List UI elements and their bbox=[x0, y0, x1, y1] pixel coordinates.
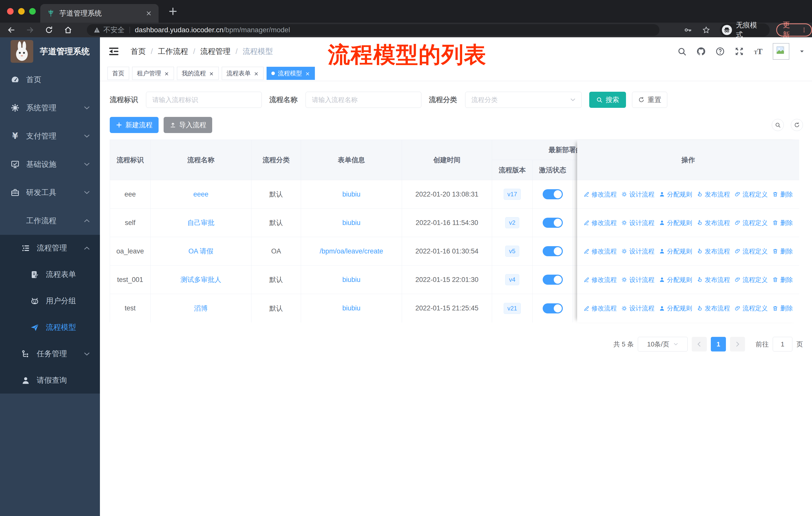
refresh-table-button[interactable] bbox=[791, 119, 803, 131]
action-definition-link[interactable]: 流程定义 bbox=[734, 304, 768, 313]
fullscreen-icon[interactable] bbox=[734, 47, 744, 56]
action-modify-link[interactable]: 修改流程 bbox=[583, 247, 617, 255]
address-bar[interactable]: 不安全 dashboard.yudao.iocoder.cn /bpm/mana… bbox=[87, 24, 660, 36]
action-definition-link[interactable]: 流程定义 bbox=[734, 276, 768, 284]
sidebar-item-workflow[interactable]: 工作流程 bbox=[0, 207, 100, 235]
sidebar-logo[interactable]: 芋道管理系统 bbox=[0, 37, 100, 65]
tab-close-icon[interactable] bbox=[145, 10, 152, 17]
sidebar-item-process-model[interactable]: 流程模型 bbox=[0, 314, 100, 341]
action-modify-link[interactable]: 修改流程 bbox=[583, 304, 617, 313]
sidebar-item-process-manage[interactable]: 流程管理 bbox=[0, 235, 100, 261]
close-icon[interactable] bbox=[305, 71, 310, 76]
tag-tenant[interactable]: 租户管理 bbox=[132, 67, 174, 80]
action-design-link[interactable]: 设计流程 bbox=[621, 304, 655, 313]
action-definition-link[interactable]: 流程定义 bbox=[734, 247, 768, 255]
form-info-link[interactable]: biubiu bbox=[342, 190, 360, 198]
action-publish-link[interactable]: 发布流程 bbox=[697, 247, 730, 255]
prev-page-button[interactable] bbox=[692, 337, 707, 351]
action-assign-link[interactable]: 分配规则 bbox=[659, 276, 692, 284]
home-icon[interactable] bbox=[64, 26, 72, 34]
minimize-window-button[interactable] bbox=[18, 8, 25, 15]
action-modify-link[interactable]: 修改流程 bbox=[583, 276, 617, 284]
close-icon[interactable] bbox=[254, 71, 259, 76]
action-delete-link[interactable]: 删除 bbox=[772, 247, 793, 255]
status-toggle[interactable] bbox=[543, 246, 563, 256]
process-name-link[interactable]: 滔博 bbox=[194, 304, 208, 313]
action-assign-link[interactable]: 分配规则 bbox=[659, 190, 692, 198]
action-definition-link[interactable]: 流程定义 bbox=[734, 219, 768, 227]
caret-down-icon[interactable] bbox=[799, 48, 805, 54]
collapse-sidebar-icon[interactable] bbox=[109, 46, 119, 56]
sidebar-item-devtools[interactable]: 研发工具 bbox=[0, 179, 100, 207]
tag-process-form[interactable]: 流程表单 bbox=[222, 67, 264, 80]
window-controls[interactable] bbox=[7, 8, 36, 15]
forward-icon[interactable] bbox=[26, 26, 34, 34]
process-name-link[interactable]: OA 请假 bbox=[188, 247, 213, 256]
filter-category-select[interactable]: 流程分类 bbox=[465, 92, 582, 108]
reload-icon[interactable] bbox=[45, 26, 53, 34]
form-info-link[interactable]: biubiu bbox=[342, 219, 360, 227]
sidebar-item-infrastructure[interactable]: 基础设施 bbox=[0, 150, 100, 179]
tag-my-process[interactable]: 我的流程 bbox=[177, 67, 219, 80]
page-size-select[interactable]: 10条/页 bbox=[638, 337, 688, 351]
form-info-link[interactable]: /bpm/oa/leave/create bbox=[320, 247, 383, 255]
action-assign-link[interactable]: 分配规则 bbox=[659, 304, 692, 313]
tag-home[interactable]: 首页 bbox=[108, 67, 129, 80]
search-button[interactable]: 搜索 bbox=[589, 92, 626, 108]
action-delete-link[interactable]: 删除 bbox=[772, 276, 793, 284]
status-toggle[interactable] bbox=[543, 303, 563, 314]
breadcrumb-item[interactable]: 首页 bbox=[130, 46, 146, 57]
reset-button[interactable]: 重置 bbox=[632, 92, 667, 108]
action-delete-link[interactable]: 删除 bbox=[772, 219, 793, 227]
sidebar-item-home[interactable]: 首页 bbox=[0, 65, 100, 94]
close-window-button[interactable] bbox=[7, 8, 13, 15]
new-tab-button[interactable] bbox=[168, 6, 178, 16]
toggle-search-button[interactable] bbox=[772, 119, 784, 131]
sidebar-item-leave-query[interactable]: 请假查询 bbox=[0, 367, 100, 393]
close-icon[interactable] bbox=[209, 71, 214, 76]
action-modify-link[interactable]: 修改流程 bbox=[583, 190, 617, 198]
create-process-button[interactable]: 新建流程 bbox=[110, 117, 158, 133]
tag-process-model[interactable]: 流程模型 bbox=[266, 67, 315, 80]
sidebar-item-task-manage[interactable]: 任务管理 bbox=[0, 341, 100, 367]
help-icon[interactable] bbox=[715, 47, 725, 56]
action-modify-link[interactable]: 修改流程 bbox=[583, 219, 617, 227]
sidebar-item-payment[interactable]: ¥支付管理 bbox=[0, 122, 100, 150]
process-name-link[interactable]: 自己审批 bbox=[187, 218, 214, 227]
action-assign-link[interactable]: 分配规则 bbox=[659, 219, 692, 227]
action-design-link[interactable]: 设计流程 bbox=[621, 276, 655, 284]
github-icon[interactable] bbox=[696, 47, 706, 56]
action-design-link[interactable]: 设计流程 bbox=[621, 190, 655, 198]
back-icon[interactable] bbox=[7, 26, 16, 34]
action-publish-link[interactable]: 发布流程 bbox=[697, 219, 730, 227]
browser-menu-icon[interactable] bbox=[801, 27, 807, 33]
browser-tab[interactable]: 芋道管理系统 bbox=[40, 4, 158, 23]
action-publish-link[interactable]: 发布流程 bbox=[697, 190, 730, 198]
bookmark-star-icon[interactable] bbox=[702, 26, 710, 34]
action-delete-link[interactable]: 删除 bbox=[772, 190, 793, 198]
breadcrumb-item[interactable]: 流程管理 bbox=[200, 46, 231, 57]
sidebar-item-process-form[interactable]: 流程表单 bbox=[0, 261, 100, 288]
action-delete-link[interactable]: 删除 bbox=[772, 304, 793, 313]
filter-id-input[interactable] bbox=[146, 92, 262, 108]
search-icon[interactable] bbox=[677, 47, 687, 56]
current-page-button[interactable]: 1 bbox=[711, 337, 726, 351]
process-name-link[interactable]: eeee bbox=[193, 190, 208, 198]
sidebar-item-user-group[interactable]: 用户分组 bbox=[0, 288, 100, 314]
password-key-icon[interactable] bbox=[684, 26, 692, 34]
status-toggle[interactable] bbox=[543, 275, 563, 285]
close-icon[interactable] bbox=[164, 71, 169, 76]
sidebar-item-system[interactable]: 系统管理 bbox=[0, 94, 100, 122]
action-assign-link[interactable]: 分配规则 bbox=[659, 247, 692, 255]
goto-page-input[interactable] bbox=[773, 337, 792, 351]
form-info-link[interactable]: biubiu bbox=[342, 276, 360, 284]
filter-name-input[interactable] bbox=[306, 92, 422, 108]
action-publish-link[interactable]: 发布流程 bbox=[697, 276, 730, 284]
maximize-window-button[interactable] bbox=[29, 8, 36, 15]
status-toggle[interactable] bbox=[543, 189, 563, 199]
action-design-link[interactable]: 设计流程 bbox=[621, 247, 655, 255]
font-size-icon[interactable]: TT bbox=[754, 47, 763, 56]
action-publish-link[interactable]: 发布流程 bbox=[697, 304, 730, 313]
status-toggle[interactable] bbox=[543, 218, 563, 228]
import-process-button[interactable]: 导入流程 bbox=[164, 117, 212, 133]
